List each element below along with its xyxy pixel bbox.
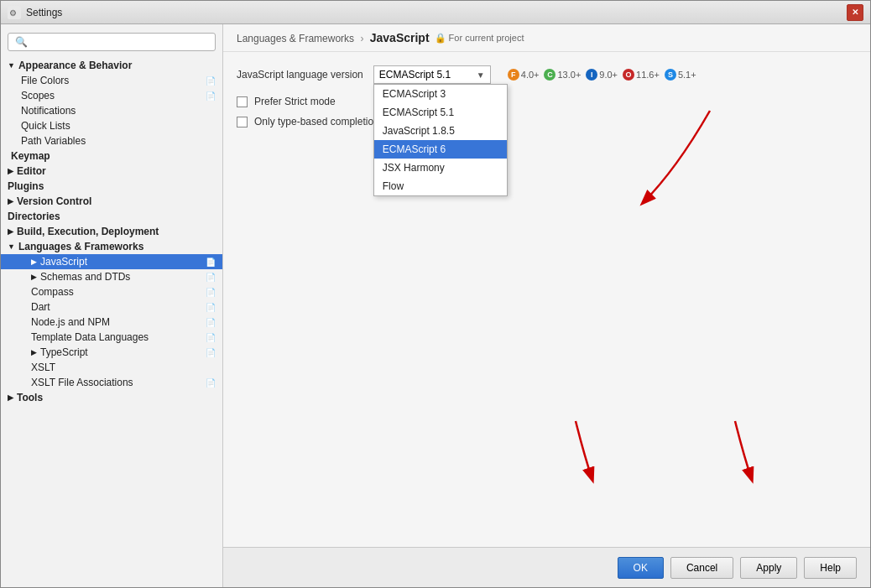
- page-title: JavaScript: [370, 31, 430, 44]
- sidebar-item-xslt-file-assoc[interactable]: XSLT File Associations 📄: [1, 375, 222, 390]
- sidebar-item-label: Plugins: [8, 180, 44, 192]
- collapse-icon: ▼: [8, 61, 15, 70]
- type-based-row: Only type-based completions in: [237, 116, 857, 127]
- dropdown-option-jsx[interactable]: JSX Harmony: [374, 159, 507, 177]
- language-version-label: JavaScript language version: [237, 69, 363, 81]
- sidebar-item-javascript[interactable]: ▶ JavaScript 📄: [1, 254, 222, 269]
- settings-content: JavaScript language version ECMAScript 5…: [223, 52, 870, 547]
- sidebar-item-label: Version Control: [17, 195, 91, 207]
- cancel-button[interactable]: Cancel: [670, 557, 733, 579]
- annotation-arrow-3: [668, 413, 802, 497]
- safari-badge: S 5.1+: [665, 69, 696, 81]
- sidebar-item-label: XSLT File Associations: [31, 377, 133, 388]
- window-title: Settings: [26, 7, 62, 18]
- sidebar-item-path-variables[interactable]: Path Variables: [1, 133, 222, 148]
- breadcrumb: Languages & Frameworks › JavaScript: [237, 31, 430, 44]
- title-bar: ⚙ Settings ✕: [1, 1, 870, 24]
- language-version-row: JavaScript language version ECMAScript 5…: [237, 65, 857, 84]
- badge-icon: 📄: [206, 91, 216, 101]
- sidebar-item-directories[interactable]: Directories: [1, 209, 222, 224]
- dropdown-option-ecma51[interactable]: ECMAScript 5.1: [374, 103, 507, 122]
- sidebar-item-label: XSLT: [31, 362, 55, 373]
- title-bar-left: ⚙ Settings: [8, 6, 62, 19]
- sidebar-item-label: Quick Lists: [21, 120, 70, 132]
- dropdown-selected-value: ECMAScript 5.1: [379, 69, 451, 81]
- sidebar-item-label: Notifications: [21, 105, 76, 117]
- sidebar-item-label: File Colors: [21, 75, 69, 86]
- dropdown-option-ecma3[interactable]: ECMAScript 3: [374, 85, 507, 103]
- sidebar-item-label: Dart: [31, 301, 50, 313]
- sidebar-item-label: Build, Execution, Deployment: [17, 226, 159, 237]
- dropdown-option-flow[interactable]: Flow: [374, 177, 507, 195]
- sidebar-item-label: JavaScript: [40, 256, 87, 268]
- search-icon: 🔍: [15, 36, 28, 48]
- sidebar-item-label: Compass: [31, 286, 74, 298]
- sidebar-item-version-control[interactable]: ▶ Version Control: [1, 194, 222, 209]
- ws-icon: ⚙: [8, 6, 21, 19]
- chrome-version: 13.0+: [557, 70, 581, 80]
- badge-icon: 📄: [206, 273, 216, 282]
- sidebar-item-file-colors[interactable]: File Colors 📄: [1, 73, 222, 88]
- sidebar-item-schemas-dtds[interactable]: ▶ Schemas and DTDs 📄: [1, 269, 222, 284]
- firefox-icon: F: [508, 69, 519, 81]
- svg-text:⚙: ⚙: [9, 8, 17, 18]
- sidebar-item-compass[interactable]: Compass 📄: [1, 284, 222, 299]
- badge-icon: 📄: [206, 348, 216, 357]
- language-version-dropdown[interactable]: ECMAScript 5.1 ▼: [373, 65, 491, 84]
- search-box[interactable]: 🔍: [8, 33, 216, 51]
- help-button[interactable]: Help: [804, 557, 857, 579]
- chrome-icon: C: [544, 69, 555, 81]
- sidebar-item-dart[interactable]: Dart 📄: [1, 299, 222, 315]
- sidebar-item-build-execution[interactable]: ▶ Build, Execution, Deployment: [1, 224, 222, 239]
- badge-icon: 📄: [206, 333, 216, 342]
- sidebar-item-languages-frameworks[interactable]: ▼ Languages & Frameworks: [1, 239, 222, 254]
- prefer-strict-row: Prefer Strict mode: [237, 96, 857, 107]
- language-version-dropdown-container: ECMAScript 5.1 ▼ ECMAScript 3 ECMAScript…: [373, 65, 491, 84]
- sidebar-item-scopes[interactable]: Scopes 📄: [1, 88, 222, 103]
- badge-icon: 📄: [206, 378, 216, 388]
- sidebar-item-appearance-behavior[interactable]: ▼ Appearance & Behavior: [1, 58, 222, 73]
- prefer-strict-label: Prefer Strict mode: [254, 96, 336, 107]
- type-based-checkbox[interactable]: [237, 117, 248, 127]
- opera-icon: O: [623, 69, 634, 81]
- expand-icon: ▶: [8, 167, 13, 175]
- sidebar-item-label: Scopes: [21, 90, 55, 101]
- sidebar-item-label: Editor: [17, 165, 46, 177]
- breadcrumb-separator: ›: [360, 33, 363, 44]
- sidebar-item-notifications[interactable]: Notifications: [1, 103, 222, 118]
- sidebar-item-label: Appearance & Behavior: [18, 60, 132, 71]
- firefox-version: 4.0+: [521, 70, 540, 80]
- version-badges: F 4.0+ C 13.0+ I 9.0+ O: [508, 69, 696, 81]
- badge-icon: 📄: [206, 258, 216, 267]
- annotation-arrow-2: [550, 413, 685, 497]
- search-input[interactable]: [31, 36, 208, 48]
- sidebar-item-typescript[interactable]: ▶ TypeScript 📄: [1, 345, 222, 360]
- expand-icon: ▶: [8, 197, 13, 206]
- sidebar-item-tools[interactable]: ▶ Tools: [1, 390, 222, 405]
- sidebar-item-label: Keymap: [11, 150, 50, 162]
- prefer-strict-checkbox[interactable]: [237, 96, 248, 107]
- main-content: 🔍 ▼ Appearance & Behavior File Colors 📄 …: [1, 24, 870, 587]
- dropdown-option-ecma6[interactable]: ECMAScript 6: [374, 140, 507, 159]
- expand-icon: ▶: [31, 348, 37, 356]
- apply-button[interactable]: Apply: [740, 557, 797, 579]
- sidebar-item-editor[interactable]: ▶ Editor: [1, 164, 222, 179]
- sidebar-item-label: Languages & Frameworks: [18, 241, 143, 252]
- ok-button[interactable]: OK: [618, 557, 664, 579]
- dropdown-option-js185[interactable]: JavaScript 1.8.5: [374, 122, 507, 140]
- project-badge-icon: 🔒: [435, 33, 446, 44]
- safari-version: 5.1+: [678, 70, 696, 80]
- close-button[interactable]: ✕: [847, 4, 863, 21]
- sidebar-item-label: Path Variables: [21, 135, 86, 147]
- project-badge: 🔒 For current project: [435, 33, 524, 44]
- sidebar-item-plugins[interactable]: Plugins: [1, 179, 222, 194]
- sidebar-item-quick-lists[interactable]: Quick Lists: [1, 118, 222, 133]
- sidebar-item-nodejs-npm[interactable]: Node.js and NPM 📄: [1, 315, 222, 330]
- settings-window: ⚙ Settings ✕ 🔍 ▼ Appearance & Behavior F…: [0, 0, 871, 588]
- sidebar-item-xslt[interactable]: XSLT: [1, 360, 222, 375]
- sidebar-item-template-data[interactable]: Template Data Languages 📄: [1, 330, 222, 345]
- sidebar-item-label: Schemas and DTDs: [40, 271, 130, 283]
- breadcrumb-section: Languages & Frameworks: [237, 33, 354, 44]
- collapse-icon: ▼: [8, 242, 15, 251]
- sidebar-item-keymap[interactable]: Keymap: [1, 148, 222, 164]
